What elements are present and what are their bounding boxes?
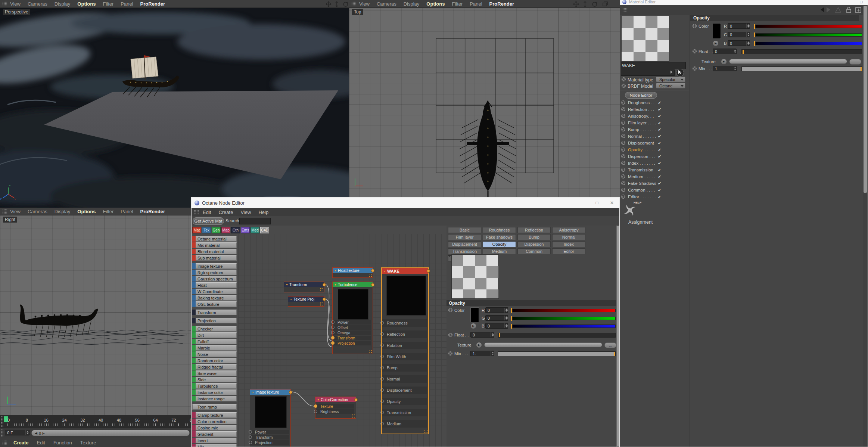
menu-item[interactable]: Display (404, 1, 420, 7)
category-tab[interactable]: Gen (212, 227, 221, 233)
maximize-button[interactable]: □ (589, 200, 604, 205)
channel-row[interactable]: Anisotropy. . . ✔ (620, 113, 665, 119)
r-stepper[interactable] (504, 308, 508, 313)
material-list-item[interactable]: Marble (192, 345, 237, 351)
material-list-item[interactable]: Color correction (192, 419, 237, 424)
channel-radio[interactable] (621, 154, 625, 158)
viewport-perspective[interactable]: Y X Z ViewCamerasDisplayOptionsFilterPan… (0, 0, 349, 208)
material-list-item[interactable]: Mix material (192, 242, 237, 248)
checkmark-icon[interactable]: ✔ (658, 114, 661, 119)
material-preview[interactable] (451, 254, 499, 299)
category-tab[interactable]: Med (251, 227, 259, 233)
channel-row[interactable]: Displacement ✔ (620, 140, 665, 146)
material-list-item[interactable]: Noise (192, 351, 237, 357)
nav-arrow-icon[interactable]: ◀ (35, 431, 37, 435)
port-dot[interactable] (249, 435, 252, 439)
material-list-item[interactable]: Toon ramp (192, 404, 237, 410)
material-list-item[interactable]: Ridged fractal (192, 364, 237, 370)
material-list-item[interactable]: Gaussian spectrum (192, 276, 237, 282)
input-port-row[interactable]: Projection (250, 440, 289, 445)
input-port-row[interactable]: Normal (382, 375, 427, 383)
output-port[interactable] (289, 391, 292, 394)
channel-row[interactable]: Roughness . . ✔ (620, 99, 665, 106)
top-canvas[interactable] (429, 30, 560, 197)
color-swatch[interactable] (713, 23, 721, 39)
menu-item[interactable]: Cameras (377, 1, 396, 7)
shader-slot-field[interactable] (621, 69, 675, 76)
minimize-button[interactable]: — (575, 200, 589, 205)
search-input[interactable] (239, 218, 271, 224)
channel-row[interactable]: Common . . . . ✔ (620, 187, 665, 193)
color-radio[interactable] (693, 24, 697, 28)
menu-item[interactable]: View (240, 209, 251, 215)
maximize-button[interactable]: □ (855, 0, 868, 4)
output-port[interactable] (371, 283, 374, 286)
grip-icon[interactable] (2, 1, 7, 6)
port-dot[interactable] (380, 411, 384, 414)
g-slider[interactable] (512, 317, 616, 320)
texture-bar[interactable] (729, 59, 847, 64)
g-stepper[interactable] (504, 316, 508, 320)
port-dot[interactable] (380, 422, 384, 425)
resize-icon[interactable] (320, 288, 323, 291)
checkmark-icon[interactable]: ✔ (658, 107, 661, 112)
grip-icon[interactable] (1, 429, 4, 437)
channel-tab[interactable]: Displacement (448, 241, 481, 247)
input-port-row[interactable]: Reflection (382, 330, 427, 338)
b-expand-button[interactable]: ▶ (713, 40, 719, 46)
input-port-row[interactable]: Projection (333, 341, 371, 345)
material-list-item[interactable]: Falloff (192, 339, 237, 344)
menu-item[interactable]: Display (55, 1, 71, 7)
menu-item[interactable]: Function (53, 440, 72, 446)
b-stepper[interactable] (504, 323, 508, 328)
menu-item[interactable]: Create (13, 440, 28, 446)
channel-radio[interactable] (621, 121, 625, 125)
category-tab[interactable]: Tex (202, 227, 211, 233)
node-floattexture[interactable]: FloatTexture (332, 267, 373, 278)
port-dot[interactable] (380, 344, 384, 347)
menu-item[interactable]: Options (77, 1, 96, 7)
channel-tab[interactable]: Editor (552, 248, 585, 254)
material-list-item[interactable]: Dirt (192, 332, 237, 338)
port-dot[interactable] (249, 441, 252, 444)
viewport-nav-icons[interactable] (573, 1, 615, 7)
channel-radio[interactable] (621, 181, 625, 185)
close-button[interactable]: ✕ (604, 200, 619, 205)
node-transform[interactable]: Transform (284, 282, 324, 292)
assignment-section-label[interactable]: Assignment (628, 220, 653, 225)
menu-item[interactable]: Panel (121, 209, 133, 214)
material-name-input[interactable] (621, 62, 686, 69)
channel-tab[interactable]: Basic (448, 227, 481, 233)
resize-icon[interactable] (320, 302, 323, 305)
menu-item[interactable]: View (359, 1, 370, 7)
channel-row[interactable]: Editor . . . . . . . ✔ (620, 193, 665, 200)
checkmark-icon[interactable]: ✔ (658, 100, 661, 105)
opacity-section-header[interactable]: Opacity (690, 15, 859, 21)
node-editor-button[interactable]: Node Editor (625, 92, 657, 99)
port-dot[interactable] (380, 355, 384, 358)
channel-radio[interactable] (621, 127, 625, 131)
channel-row[interactable]: Opacity. . . . . . ✔ (620, 146, 665, 153)
input-port-row[interactable]: Bump (382, 364, 427, 372)
r-stepper[interactable] (746, 24, 750, 28)
menu-item[interactable]: ProRender (489, 1, 514, 7)
brdf-radio[interactable] (622, 84, 626, 88)
material-list-item[interactable]: OSL texture (192, 301, 237, 307)
channel-tab[interactable]: Medium (483, 248, 516, 254)
texture-expand-button[interactable]: ▶ (476, 342, 482, 348)
channel-radio[interactable] (621, 188, 625, 192)
channel-tab[interactable]: Fake shadows (483, 234, 516, 240)
checkmark-icon[interactable]: ✔ (658, 174, 661, 179)
channel-radio[interactable] (621, 148, 625, 152)
input-port-row[interactable]: Roughness (382, 319, 427, 327)
collapse-icon[interactable] (317, 398, 320, 401)
channel-radio[interactable] (621, 195, 625, 199)
viewport-label[interactable]: Right (3, 217, 17, 223)
channel-row[interactable]: Fake Shadows ✔ (620, 180, 665, 187)
node-texture-proj[interactable]: Texture Proj (288, 296, 324, 307)
material-list-item[interactable]: Random color (192, 358, 237, 363)
channel-radio[interactable] (621, 168, 625, 172)
viewport-right[interactable]: ViewCamerasDisplayOptionsFilterPanelProR… (0, 208, 191, 416)
channel-row[interactable]: Index . . . . . . . ✔ (620, 160, 665, 167)
grip-icon[interactable] (194, 210, 199, 214)
